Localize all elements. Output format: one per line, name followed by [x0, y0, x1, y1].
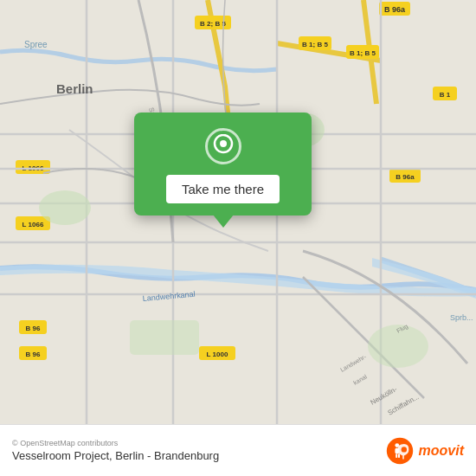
map-container: B 96a B 2; B 5 B 1; B 5 B 1; B 5 B 1 B 9…: [0, 0, 476, 424]
svg-text:B 1; B 5: B 1; B 5: [302, 41, 328, 48]
moovit-logo: moovit: [386, 437, 464, 465]
svg-point-32: [39, 190, 91, 225]
svg-text:B 96: B 96: [26, 325, 41, 332]
svg-text:B 1: B 1: [440, 91, 451, 99]
location-icon: [205, 128, 241, 164]
svg-rect-52: [398, 453, 400, 458]
bottom-bar: © OpenStreetMap contributors Vesselroom …: [0, 424, 476, 476]
svg-point-53: [401, 447, 406, 452]
bottom-info: © OpenStreetMap contributors Vesselroom …: [12, 439, 219, 462]
svg-text:L 1066: L 1066: [23, 221, 44, 228]
copyright-text: © OpenStreetMap contributors: [12, 439, 219, 447]
svg-text:L 1000: L 1000: [207, 351, 228, 358]
svg-text:Berlin: Berlin: [56, 81, 93, 96]
take-me-there-button[interactable]: Take me there: [166, 175, 280, 203]
svg-text:B 2; B 5: B 2; B 5: [200, 20, 226, 28]
svg-text:B 1; B 5: B 1; B 5: [350, 49, 376, 57]
svg-point-47: [220, 140, 227, 147]
svg-text:B 96: B 96: [26, 351, 41, 358]
svg-rect-51: [396, 453, 397, 458]
svg-text:B 96a: B 96a: [384, 5, 406, 14]
location-name: Vesselroom Project, Berlin - Brandenburg: [12, 449, 219, 462]
pin-icon: [213, 134, 234, 158]
svg-text:Spree: Spree: [24, 40, 48, 49]
svg-text:B 96a: B 96a: [396, 173, 415, 181]
popup-card: Take me there: [134, 113, 312, 215]
moovit-text: moovit: [419, 443, 464, 459]
svg-rect-34: [130, 320, 199, 355]
svg-text:Sprb...: Sprb...: [450, 313, 473, 322]
moovit-icon: [386, 437, 414, 465]
